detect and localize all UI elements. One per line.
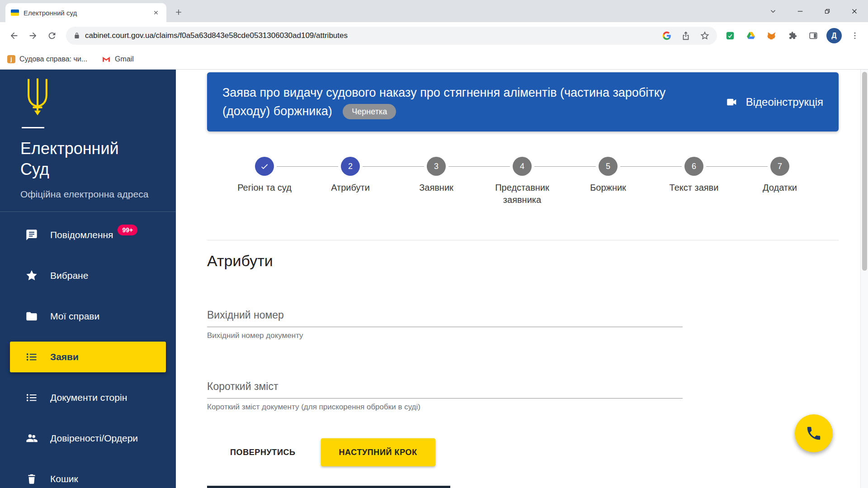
step-connector — [448, 166, 510, 167]
step-circle[interactable]: 3 — [427, 157, 446, 176]
forward-button[interactable] — [24, 26, 42, 45]
metamask-fox-icon[interactable] — [763, 27, 780, 44]
divider — [207, 240, 839, 240]
url-text: cabinet.court.gov.ua/claims/f0a5a63d843e… — [85, 31, 656, 40]
sidebar-item-label: Довіреності/Ордери — [50, 433, 138, 444]
ukraine-flag-favicon — [11, 9, 19, 16]
step-circle[interactable]: 5 — [599, 157, 618, 176]
step-circle-active[interactable]: 2 — [341, 157, 360, 176]
people-icon — [25, 432, 38, 445]
browser-tab[interactable]: Електронний суд — [5, 3, 166, 22]
status-badge: Чернетка — [343, 104, 396, 119]
step-label: Регіон та суд — [237, 182, 292, 194]
sidebar-item-party-documents[interactable]: Документи сторін — [0, 377, 176, 418]
share-icon[interactable] — [681, 31, 691, 41]
page-scrollbar[interactable] — [860, 70, 868, 488]
phone-support-button[interactable] — [795, 414, 833, 452]
outgoing-number-input[interactable] — [207, 306, 683, 327]
step-number: 5 — [606, 162, 610, 171]
video-instruction-label: Відеоінструкція — [746, 96, 823, 108]
sidebar-menu: Повідомлення 99+ Вибране Мої справи — [0, 215, 176, 488]
lock-icon — [73, 32, 80, 39]
browser-menu-icon[interactable] — [846, 27, 863, 44]
bookmark-star-icon[interactable] — [700, 31, 710, 41]
page-title: Атрибути — [207, 252, 273, 270]
step-circle[interactable]: 4 — [513, 157, 532, 176]
gmail-icon — [102, 55, 111, 64]
video-camera-icon — [723, 96, 740, 108]
close-button[interactable] — [841, 0, 868, 22]
bookmark-gmail[interactable]: Gmail — [102, 55, 134, 64]
bookmark-favicon: j — [7, 55, 15, 63]
tab-search-chevron-icon[interactable] — [760, 0, 787, 22]
step-number: 4 — [520, 162, 524, 171]
sidebar-item-messages[interactable]: Повідомлення 99+ — [0, 215, 176, 255]
step-connector — [534, 166, 596, 167]
sidebar-item-label: Кошик — [50, 474, 78, 484]
star-icon — [25, 269, 38, 282]
profile-avatar[interactable]: Д — [826, 27, 843, 44]
step-attachments[interactable]: 7 Додатки — [737, 157, 823, 206]
step-connector — [706, 166, 768, 167]
drive-icon[interactable] — [742, 27, 760, 44]
step-label: Текст заяви — [670, 182, 719, 194]
step-region-court[interactable]: Регіон та суд — [222, 157, 307, 206]
sidebar-item-claims[interactable]: Заяви — [10, 342, 166, 372]
field-helper-text: Короткий зміст документу (для прискоренн… — [207, 403, 683, 412]
address-bar[interactable]: cabinet.court.gov.ua/claims/f0a5a63d843e… — [66, 27, 717, 45]
next-step-button[interactable]: НАСТУПНИЙ КРОК — [321, 438, 435, 466]
step-circle[interactable]: 7 — [770, 157, 789, 176]
step-circle[interactable]: 6 — [684, 157, 703, 176]
scrollbar-thumb[interactable] — [862, 72, 867, 271]
side-panel-icon[interactable] — [805, 27, 822, 44]
step-number: 7 — [778, 162, 782, 171]
step-circle-done[interactable] — [255, 157, 274, 176]
step-attributes[interactable]: 2 Атрибути — [307, 157, 393, 206]
sidebar-item-my-cases[interactable]: Мої справи — [0, 296, 176, 337]
back-step-button[interactable]: ПОВЕРНУТИСЬ — [219, 439, 307, 466]
minimize-button[interactable] — [787, 0, 814, 22]
bookmark-label: Судова справа: чи... — [19, 55, 87, 63]
sidebar-item-label: Заяви — [50, 352, 79, 362]
trident-logo — [22, 77, 176, 120]
step-applicant[interactable]: 3 Заявник — [393, 157, 479, 206]
app-content: Електронний Суд Офіційна електронна адре… — [0, 70, 868, 488]
sidebar-item-trash[interactable]: Кошик — [0, 459, 176, 488]
tab-strip: Електронний суд — [0, 0, 868, 22]
extension-icon-green[interactable] — [722, 27, 739, 44]
restore-button[interactable] — [814, 0, 841, 22]
step-claim-text[interactable]: 6 Текст заяви — [651, 157, 737, 206]
sidebar-item-label: Повідомлення — [50, 230, 113, 240]
claim-header-banner: Заява про видачу судового наказу про стя… — [207, 72, 839, 131]
sidebar-item-favorites[interactable]: Вибране — [0, 255, 176, 296]
main-content: Заява про видачу судового наказу про стя… — [176, 70, 868, 488]
sidebar-item-label: Вибране — [50, 270, 88, 281]
video-instruction-link[interactable]: Відеоінструкція — [723, 96, 823, 108]
bookmark-court-case[interactable]: j Судова справа: чи... — [7, 55, 87, 63]
new-tab-button[interactable] — [171, 5, 186, 20]
app-title: Електронний Суд — [20, 138, 151, 180]
extensions-area: Д — [722, 27, 863, 44]
step-debtor[interactable]: 5 Боржник — [565, 157, 651, 206]
progress-stepper: Регіон та суд 2 Атрибути 3 Заявник 4 Пре… — [222, 157, 823, 206]
step-number: 2 — [348, 162, 353, 171]
claim-title-text: Заява про видачу судового наказу про стя… — [222, 86, 665, 118]
reload-button[interactable] — [42, 26, 61, 45]
check-icon — [259, 161, 269, 171]
short-summary-input[interactable] — [207, 378, 683, 399]
documents-list-icon — [25, 391, 38, 404]
step-label: Представник заявника — [479, 182, 565, 206]
step-connector — [620, 166, 682, 167]
tab-close-icon[interactable] — [151, 8, 161, 18]
back-button[interactable] — [5, 26, 24, 45]
step-label: Заявник — [419, 182, 453, 194]
google-icon[interactable] — [662, 31, 672, 41]
short-summary-field: Короткий зміст документу (для прискоренн… — [207, 378, 683, 412]
sidebar-item-powers-of-attorney[interactable]: Довіреності/Ордери — [0, 418, 176, 459]
logo-underline — [22, 127, 44, 128]
extensions-puzzle-icon[interactable] — [784, 27, 801, 44]
step-representative[interactable]: 4 Представник заявника — [479, 157, 565, 206]
app-subtitle: Офіційна електронна адреса — [20, 189, 176, 200]
step-number: 3 — [434, 162, 439, 171]
urlbar-actions — [662, 31, 710, 41]
